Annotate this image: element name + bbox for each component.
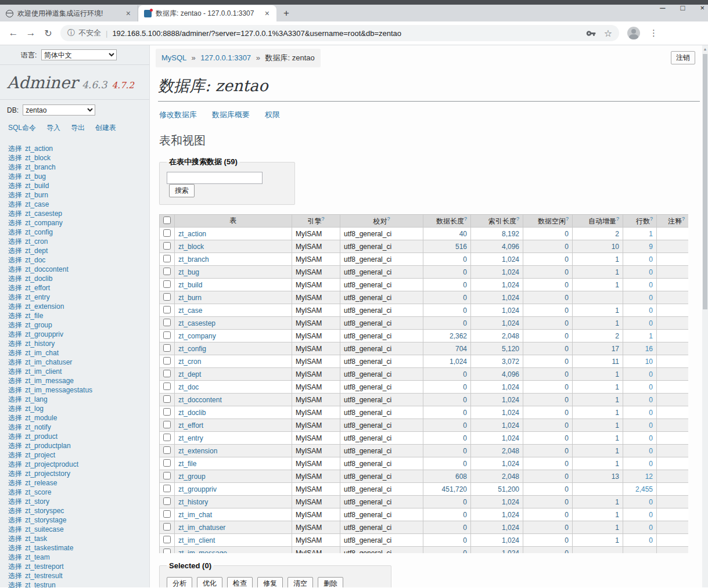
drop-button[interactable]: 删除 — [318, 577, 343, 587]
new-tab-button[interactable]: + — [276, 8, 296, 21]
help-link[interactable]: ? — [321, 216, 324, 222]
table-link[interactable]: zt_company — [178, 332, 216, 340]
row-count-link[interactable]: 0 — [649, 511, 653, 519]
sidebar-action-0[interactable]: SQL命令 — [8, 123, 36, 133]
table-name-link[interactable]: zt_task — [25, 535, 47, 543]
row-checkbox[interactable] — [163, 242, 171, 250]
select-table-link[interactable]: 选择 — [8, 284, 22, 292]
table-link[interactable]: zt_doccontent — [178, 396, 222, 404]
row-count-link[interactable]: 16 — [645, 345, 653, 353]
db-select[interactable]: zentao — [23, 104, 95, 116]
table-name-link[interactable]: zt_testresult — [25, 572, 63, 580]
row-checkbox[interactable] — [163, 357, 171, 365]
help-link[interactable]: ? — [650, 216, 653, 222]
table-link[interactable]: zt_grouppriv — [178, 485, 217, 493]
minimize-button[interactable]: ─ — [660, 3, 665, 12]
row-checkbox[interactable] — [163, 421, 171, 428]
row-count-link[interactable]: 0 — [649, 294, 653, 302]
database-schema-link[interactable]: 数据库概要 — [212, 110, 250, 120]
table-name-link[interactable]: zt_notify — [25, 423, 51, 431]
select-table-link[interactable]: 选择 — [8, 312, 22, 320]
table-name-link[interactable]: zt_project — [25, 451, 55, 459]
select-table-link[interactable]: 选择 — [8, 349, 22, 357]
scrollbar-thumb[interactable] — [703, 54, 707, 309]
table-link[interactable]: zt_config — [178, 345, 206, 353]
table-name-link[interactable]: zt_productplan — [25, 442, 71, 450]
table-name-link[interactable]: zt_taskestimate — [25, 544, 73, 552]
select-table-link[interactable]: 选择 — [8, 497, 22, 506]
row-checkbox[interactable] — [163, 459, 171, 467]
select-table-link[interactable]: 选择 — [8, 293, 22, 301]
row-checkbox[interactable] — [163, 408, 171, 416]
select-table-link[interactable]: 选择 — [8, 200, 22, 208]
row-checkbox[interactable] — [163, 395, 171, 403]
table-link[interactable]: zt_burn — [178, 294, 202, 302]
table-name-link[interactable]: zt_company — [25, 219, 63, 227]
select-table-link[interactable]: 选择 — [8, 358, 22, 366]
sidebar-action-3[interactable]: 创建表 — [95, 123, 116, 133]
select-table-link[interactable]: 选择 — [8, 386, 22, 394]
tab-close-icon[interactable]: × — [125, 9, 132, 18]
row-checkbox[interactable] — [163, 549, 171, 554]
table-link[interactable]: zt_group — [178, 472, 206, 481]
select-all-checkbox[interactable] — [163, 217, 171, 224]
table-name-link[interactable]: zt_branch — [25, 163, 56, 171]
table-link[interactable]: zt_effort — [178, 421, 203, 430]
table-name-link[interactable]: zt_story — [25, 497, 49, 506]
browser-menu-icon[interactable]: ⋮ — [649, 28, 658, 38]
table-name-link[interactable]: zt_log — [25, 405, 44, 413]
breadcrumb-mysql-link[interactable]: MySQL — [161, 53, 186, 62]
select-table-link[interactable]: 选择 — [8, 544, 22, 552]
breadcrumb-server-link[interactable]: 127.0.0.1:3307 — [200, 53, 251, 62]
select-table-link[interactable]: 选择 — [8, 395, 22, 403]
row-count-link[interactable]: 0 — [649, 268, 653, 276]
row-checkbox[interactable] — [163, 319, 171, 326]
table-name-link[interactable]: zt_grouppriv — [25, 330, 63, 338]
table-name-link[interactable]: zt_block — [25, 154, 51, 162]
row-checkbox[interactable] — [163, 268, 171, 275]
row-checkbox[interactable] — [163, 510, 171, 518]
table-name-link[interactable]: zt_action — [25, 145, 53, 153]
reload-icon[interactable]: ↻ — [39, 28, 57, 39]
row-count-link[interactable]: 0 — [649, 434, 653, 442]
repair-button[interactable]: 修复 — [257, 577, 283, 587]
page-scrollbar[interactable]: ▲ — [702, 45, 708, 587]
table-link[interactable]: zt_doclib — [178, 409, 206, 417]
search-input[interactable] — [167, 172, 263, 184]
table-link[interactable]: zt_entry — [178, 434, 203, 442]
row-count-link[interactable]: 0 — [649, 524, 653, 532]
maximize-button[interactable]: □ — [681, 3, 685, 12]
row-checkbox[interactable] — [163, 497, 171, 505]
row-count-link[interactable]: 0 — [649, 447, 653, 455]
profile-avatar[interactable] — [627, 27, 640, 39]
row-checkbox[interactable] — [163, 306, 171, 313]
row-checkbox[interactable] — [163, 383, 171, 390]
row-count-link[interactable]: 9 — [649, 243, 653, 251]
select-table-link[interactable]: 选择 — [8, 581, 22, 588]
row-count-link[interactable]: 0 — [649, 498, 653, 506]
help-link[interactable]: ? — [464, 216, 467, 222]
select-table-link[interactable]: 选择 — [8, 516, 22, 524]
select-table-link[interactable]: 选择 — [8, 237, 22, 246]
row-checkbox[interactable] — [163, 331, 171, 339]
select-table-link[interactable]: 选择 — [8, 525, 22, 533]
row-checkbox[interactable] — [163, 280, 171, 288]
table-name-link[interactable]: zt_doc — [25, 256, 45, 264]
table-link[interactable]: zt_im_client — [178, 536, 215, 544]
analyze-button[interactable]: 分析 — [167, 577, 192, 587]
scrollbar-up-icon[interactable]: ▲ — [702, 45, 708, 53]
close-button[interactable]: × — [700, 3, 705, 12]
select-table-link[interactable]: 选择 — [8, 572, 22, 580]
table-name-link[interactable]: zt_testreport — [25, 562, 64, 571]
table-name-link[interactable]: zt_effort — [25, 284, 50, 292]
select-table-link[interactable]: 选择 — [8, 423, 22, 431]
table-link[interactable]: zt_casestep — [178, 319, 215, 327]
row-count-link[interactable]: 0 — [649, 460, 653, 468]
table-name-link[interactable]: zt_group — [25, 321, 52, 329]
help-link[interactable]: ? — [387, 216, 390, 222]
select-table-link[interactable]: 选择 — [8, 330, 22, 338]
privileges-link[interactable]: 权限 — [265, 110, 280, 120]
password-key-icon[interactable] — [586, 28, 596, 38]
table-name-link[interactable]: zt_projectproduct — [25, 460, 78, 468]
row-checkbox[interactable] — [163, 446, 171, 454]
